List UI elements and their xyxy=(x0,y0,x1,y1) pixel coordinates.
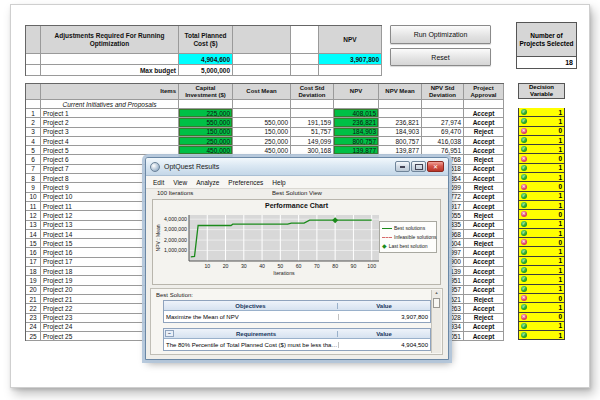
project-name-cell[interactable]: Project 1 xyxy=(41,109,179,118)
summary-blank-cell[interactable] xyxy=(291,54,319,65)
close-button[interactable]: ✕ xyxy=(427,161,444,172)
approval-cell[interactable]: Accept xyxy=(464,174,504,183)
capital-cell[interactable]: 150,000 xyxy=(179,128,233,137)
cost-std-cell[interactable]: 191,159 xyxy=(291,118,334,127)
npv-cell[interactable]: 800,757 xyxy=(334,137,379,146)
row-number[interactable]: 3 xyxy=(26,128,41,137)
row-number[interactable]: 15 xyxy=(26,239,41,248)
menu-item-help[interactable]: Help xyxy=(272,179,285,186)
decision-cell[interactable]: ✓1 xyxy=(518,136,565,145)
row-number[interactable]: 5 xyxy=(26,146,41,155)
summary-blank-cell[interactable] xyxy=(26,54,41,65)
menu-item-analyze[interactable]: Analyze xyxy=(196,179,219,186)
npv-mean-cell[interactable]: 800,757 xyxy=(379,137,422,146)
row-number[interactable]: 17 xyxy=(26,258,41,267)
minimize-button[interactable] xyxy=(395,161,410,172)
decision-cell[interactable]: ✕0 xyxy=(518,210,565,219)
cost-mean-cell[interactable]: 450,000 xyxy=(233,146,291,155)
npv-mean-cell[interactable]: 139,877 xyxy=(379,146,422,155)
decision-cell[interactable]: ✕0 xyxy=(518,182,565,191)
npv-mean-cell[interactable]: 236,821 xyxy=(379,118,422,127)
cost-mean-cell[interactable]: 150,000 xyxy=(233,128,291,137)
maximize-button[interactable] xyxy=(411,161,426,172)
npv-std-cell[interactable]: 69,470 xyxy=(422,128,464,137)
capital-cell[interactable]: 225,000 xyxy=(179,109,233,118)
summary-blank-cell[interactable] xyxy=(233,65,291,76)
approval-cell[interactable]: Reject xyxy=(464,239,504,248)
project-name-cell[interactable]: Project 5 xyxy=(41,146,179,155)
decision-cell[interactable]: ✓1 xyxy=(518,303,565,312)
row-number[interactable]: 20 xyxy=(26,286,41,295)
npv-std-cell[interactable] xyxy=(422,109,464,118)
npv-std-cell[interactable]: 76,951 xyxy=(422,146,464,155)
capital-cell[interactable]: 250,000 xyxy=(179,137,233,146)
row-number[interactable]: 10 xyxy=(26,193,41,202)
approval-cell[interactable]: Accept xyxy=(464,221,504,230)
approval-cell[interactable]: Accept xyxy=(464,165,504,174)
row-number[interactable]: 4 xyxy=(26,137,41,146)
row-number[interactable]: 6 xyxy=(26,155,41,164)
objective-row[interactable]: Maximize the Mean of NPV 3,907,800 xyxy=(164,311,430,322)
decision-cell[interactable]: ✓1 xyxy=(518,257,565,266)
capital-cell[interactable]: 550,000 xyxy=(179,118,233,127)
decision-cell[interactable]: ✓1 xyxy=(518,117,565,126)
cost-mean-cell[interactable]: 550,000 xyxy=(233,118,291,127)
cost-std-cell[interactable]: 300,168 xyxy=(291,146,334,155)
row-number[interactable]: 19 xyxy=(26,276,41,285)
decision-cell[interactable]: ✓1 xyxy=(518,145,565,154)
decision-cell[interactable]: ✓1 xyxy=(518,164,565,173)
approval-cell[interactable]: Accept xyxy=(464,258,504,267)
summary-blank-cell[interactable] xyxy=(291,65,319,76)
menu-item-preferences[interactable]: Preferences xyxy=(228,179,263,186)
row-number[interactable]: 25 xyxy=(26,332,41,341)
npv-std-cell[interactable]: 27,974 xyxy=(422,118,464,127)
row-number[interactable]: 11 xyxy=(26,202,41,211)
npv-value-cell[interactable]: 3,907,800 xyxy=(319,54,382,65)
npv-cell[interactable]: 139,877 xyxy=(334,146,379,155)
approval-cell[interactable]: Reject xyxy=(464,155,504,164)
approval-cell[interactable]: Accept xyxy=(464,146,504,155)
decision-cell[interactable]: ✓1 xyxy=(518,201,565,210)
approval-cell[interactable]: Accept xyxy=(464,109,504,118)
reset-button[interactable]: Reset xyxy=(390,48,491,66)
cost-std-cell[interactable]: 149,099 xyxy=(291,137,334,146)
approval-cell[interactable]: Accept xyxy=(464,286,504,295)
decision-cell[interactable]: ✓1 xyxy=(518,322,565,331)
approval-cell[interactable]: Reject xyxy=(464,183,504,192)
decision-cell[interactable]: ✓1 xyxy=(518,220,565,229)
approval-cell[interactable]: Reject xyxy=(464,314,504,323)
cost-mean-cell[interactable] xyxy=(233,109,291,118)
planned-cost-value-cell[interactable]: 4,904,600 xyxy=(179,54,233,65)
dialog-titlebar[interactable]: OptQuest Results ✕ xyxy=(146,158,448,176)
decision-cell[interactable]: ✓1 xyxy=(518,192,565,201)
npv-mean-cell[interactable] xyxy=(379,109,422,118)
approval-cell[interactable]: Reject xyxy=(464,128,504,137)
row-number[interactable]: 18 xyxy=(26,267,41,276)
decision-cell[interactable]: ✓1 xyxy=(518,247,565,256)
npv-mean-cell[interactable]: 184,903 xyxy=(379,128,422,137)
npv-std-cell[interactable]: 416,038 xyxy=(422,137,464,146)
cost-std-cell[interactable]: 51,757 xyxy=(291,128,334,137)
capital-cell[interactable]: 450,000 xyxy=(179,146,233,155)
row-number[interactable]: 8 xyxy=(26,174,41,183)
best-solution-scrollbar[interactable]: ▲ xyxy=(431,290,441,353)
npv-cell[interactable]: 184,903 xyxy=(334,128,379,137)
max-budget-label-cell[interactable]: Max budget xyxy=(41,65,179,76)
collapse-requirements-button[interactable]: − xyxy=(165,330,174,337)
decision-cell[interactable]: ✓1 xyxy=(518,266,565,275)
approval-cell[interactable]: Accept xyxy=(464,230,504,239)
npv-cell[interactable]: 236,821 xyxy=(334,118,379,127)
project-name-cell[interactable]: Project 2 xyxy=(41,118,179,127)
decision-cell[interactable]: ✕0 xyxy=(518,313,565,322)
approval-cell[interactable]: Reject xyxy=(464,211,504,220)
approval-cell[interactable]: Reject xyxy=(464,295,504,304)
approval-cell[interactable]: Accept xyxy=(464,323,504,332)
project-name-cell[interactable]: Project 4 xyxy=(41,137,179,146)
summary-blank-cell[interactable] xyxy=(319,65,382,76)
decision-cell[interactable]: ✓1 xyxy=(518,285,565,294)
summary-blank-cell[interactable] xyxy=(26,65,41,76)
cost-std-cell[interactable] xyxy=(291,109,334,118)
approval-cell[interactable]: Accept xyxy=(464,137,504,146)
row-number[interactable]: 14 xyxy=(26,230,41,239)
run-optimization-button[interactable]: Run Optimization xyxy=(390,25,491,44)
